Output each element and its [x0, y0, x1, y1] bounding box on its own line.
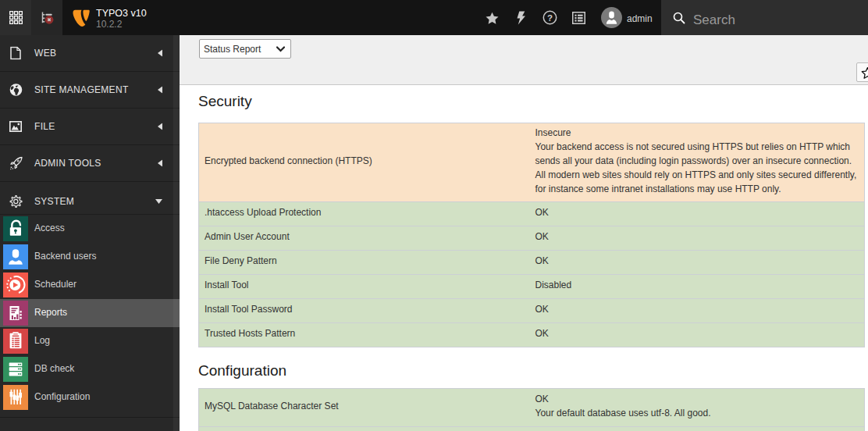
svg-text:?: ? — [547, 13, 553, 23]
